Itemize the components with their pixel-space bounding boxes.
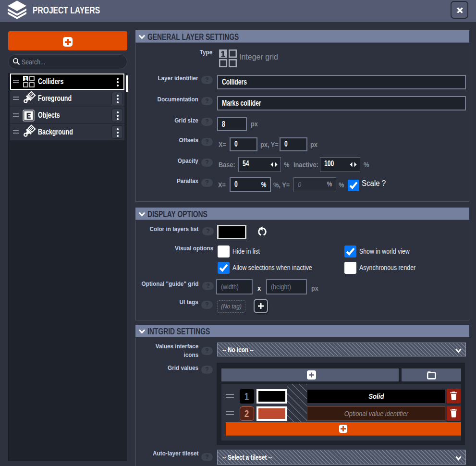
svg-text:1: 1	[24, 76, 27, 82]
